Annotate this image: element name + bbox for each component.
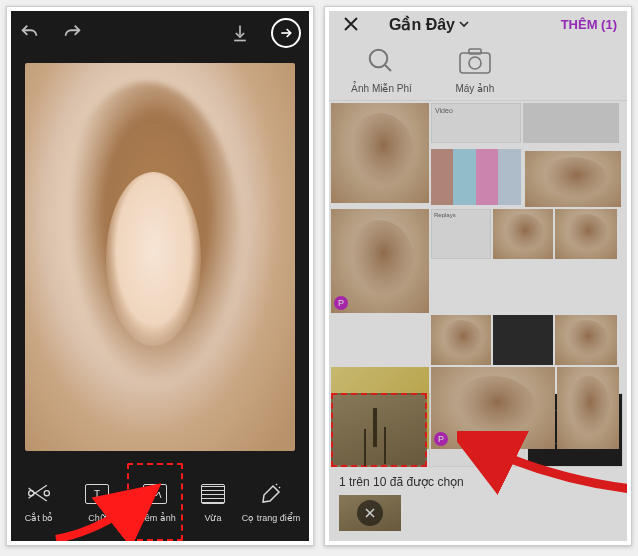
tool-label: Vừa	[204, 513, 221, 523]
gallery-thumb[interactable]	[555, 315, 617, 365]
selection-status: 1 trên 10 đã được chọn	[329, 469, 627, 495]
tool-text[interactable]: T Chữ	[69, 463, 125, 541]
gallery-thumb[interactable]	[493, 209, 553, 259]
picker-screen: Gần Đây THÊM (1) Ảnh Miễn Phí Máy ảnh	[329, 11, 627, 541]
undo-icon[interactable]	[19, 22, 41, 44]
image-icon	[142, 481, 168, 507]
svg-rect-4	[460, 53, 490, 73]
gallery-thumb[interactable]	[431, 315, 491, 365]
tool-brush[interactable]: Cọ trang điểm	[243, 463, 299, 541]
picker-header: Gần Đây THÊM (1)	[329, 11, 627, 37]
editor-screen: Cắt bỏ T Chữ Thêm ảnh Vừa	[11, 11, 309, 541]
main-photo	[25, 63, 296, 451]
search-icon	[358, 43, 404, 79]
tool-more[interactable]: ⋮ Vi	[301, 463, 309, 541]
source-camera[interactable]: Máy ảnh	[452, 43, 498, 94]
next-button[interactable]	[271, 18, 301, 48]
picker-title[interactable]: Gần Đây	[389, 15, 469, 34]
gallery-thumb[interactable]	[557, 367, 619, 449]
selected-thumb[interactable]	[331, 393, 427, 467]
title-text: Gần Đây	[389, 15, 455, 34]
tool-label: Cọ trang điểm	[242, 513, 301, 523]
gallery-thumb[interactable]	[555, 209, 617, 259]
crop-icon	[26, 481, 52, 507]
remove-icon[interactable]	[357, 500, 383, 526]
brush-icon	[258, 481, 284, 507]
editor-toolbar: Cắt bỏ T Chữ Thêm ảnh Vừa	[11, 459, 309, 541]
gallery-thumb[interactable]	[431, 149, 521, 205]
source-label: Ảnh Miễn Phí	[351, 83, 412, 94]
gallery-thumb[interactable]: P	[431, 367, 555, 449]
svg-point-3	[370, 50, 388, 68]
tool-crop[interactable]: Cắt bỏ	[11, 463, 67, 541]
tool-label: Thêm ảnh	[134, 513, 176, 523]
tray-thumb[interactable]	[339, 495, 401, 531]
svg-rect-6	[469, 49, 481, 54]
gallery-thumb[interactable]: Video	[431, 103, 521, 143]
tool-fit[interactable]: Vừa	[185, 463, 241, 541]
gallery-thumb[interactable]	[523, 103, 619, 143]
gallery-thumb[interactable]: P	[331, 209, 429, 313]
gallery-thumb[interactable]	[493, 315, 553, 365]
tool-label: Cắt bỏ	[25, 513, 54, 523]
editor-canvas[interactable]	[11, 55, 309, 459]
redo-icon[interactable]	[61, 22, 83, 44]
add-button[interactable]: THÊM (1)	[561, 17, 617, 32]
text-icon: T	[84, 481, 110, 507]
download-icon[interactable]	[229, 22, 251, 44]
chevron-down-icon	[459, 19, 469, 29]
tool-label: Chữ	[88, 513, 106, 523]
source-free-photos[interactable]: Ảnh Miễn Phí	[351, 43, 412, 94]
gallery-grid: Video P Replays P P	[329, 101, 627, 391]
fit-icon	[200, 481, 226, 507]
picsart-badge-icon: P	[434, 432, 448, 446]
tool-add-image[interactable]: Thêm ảnh	[127, 463, 183, 541]
picsart-badge-icon: P	[334, 296, 348, 310]
svg-point-1	[44, 491, 49, 496]
close-icon[interactable]	[339, 12, 363, 36]
gallery-thumb[interactable]	[525, 151, 621, 207]
editor-topbar	[11, 11, 309, 55]
source-row: Ảnh Miễn Phí Máy ảnh	[329, 37, 627, 101]
svg-point-5	[469, 57, 481, 69]
dots-icon: ⋮	[301, 481, 309, 507]
camera-icon	[452, 43, 498, 79]
source-label: Máy ảnh	[455, 83, 494, 94]
gallery-thumb[interactable]	[331, 103, 429, 203]
gallery-thumb[interactable]: Replays	[431, 209, 491, 259]
